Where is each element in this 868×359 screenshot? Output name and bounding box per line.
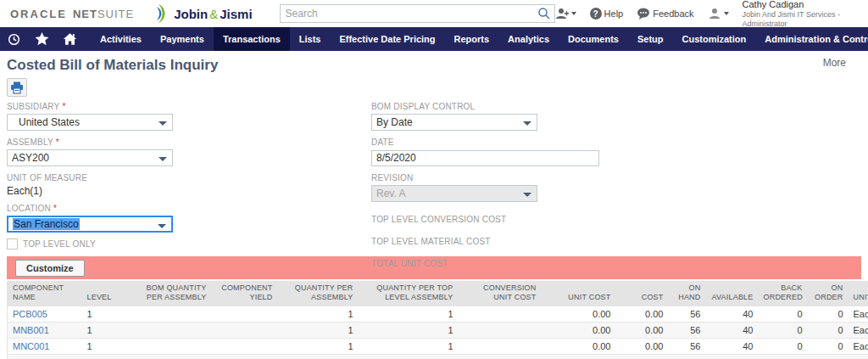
table-cell: 40 — [706, 323, 759, 339]
create-new-button[interactable] — [555, 8, 576, 20]
shortcuts-star-icon[interactable] — [28, 27, 56, 51]
table-cell: Each(1) — [849, 306, 868, 323]
table-cell: 0.00 — [542, 306, 616, 323]
table-cell — [212, 339, 278, 355]
column-header: BACK ORDERED — [759, 281, 808, 306]
nav-item-activities[interactable]: Activities — [91, 27, 151, 51]
table-row: PCB0051110.000.00564000Each(1) — [8, 306, 868, 323]
column-header: ON HAND — [669, 281, 706, 306]
location-label: LOCATION* — [7, 204, 173, 213]
top-level-only-checkbox[interactable] — [7, 238, 18, 250]
total-unit-cost-label: TOTAL UNIT COST — [371, 259, 600, 268]
revision-label: REVISION — [371, 173, 600, 182]
bom-display-control-select[interactable]: By Date — [371, 114, 537, 131]
table-cell: 40 — [706, 355, 759, 359]
oracle-netsuite-logo[interactable]: ORACLENETSUITE — [10, 8, 134, 20]
printer-icon — [10, 81, 24, 94]
component-name-link[interactable]: MNC001 — [13, 341, 49, 351]
roles-person-icon — [708, 8, 721, 20]
table-cell: 0 — [808, 355, 849, 359]
nav-item-transactions[interactable]: Transactions — [214, 27, 290, 51]
chevron-down-icon — [158, 224, 166, 228]
component-name-link[interactable]: PCB005 — [13, 309, 47, 319]
column-header: ON ORDER — [808, 281, 849, 306]
column-header: UNIT COST — [542, 281, 616, 306]
customize-button[interactable]: Customize — [15, 260, 85, 277]
column-header: QUANTITY PER TOP LEVEL ASSEMBLY — [359, 281, 459, 306]
table-cell: 0.00 — [616, 355, 669, 359]
required-asterisk: * — [53, 204, 57, 213]
chevron-down-icon — [159, 121, 167, 126]
table-cell — [131, 323, 212, 339]
search-input[interactable] — [280, 4, 555, 23]
table-row: MNC0011110.000.00564000Each(1) — [8, 339, 868, 355]
nav-item-analytics[interactable]: Analytics — [498, 27, 559, 51]
search-icon[interactable] — [537, 7, 551, 20]
date-input[interactable] — [371, 150, 599, 166]
location-select[interactable]: San Francisco — [7, 216, 173, 233]
table-header-row: COMPONENT NAMELEVELBOM QUANTITY PER ASSE… — [8, 281, 868, 306]
table-cell: 56 — [669, 323, 706, 339]
help-icon: ? — [590, 8, 602, 20]
chevron-down-icon — [571, 12, 576, 15]
print-button[interactable] — [7, 78, 27, 97]
global-search — [280, 4, 555, 23]
table-cell — [459, 355, 542, 359]
nav-item-customization[interactable]: Customization — [673, 27, 756, 51]
table-row: LCD0151110.000.00564000Each(1) — [8, 355, 868, 359]
assembly-label: ASSEMBLY* — [7, 137, 173, 147]
nav-item-setup[interactable]: Setup — [628, 27, 673, 51]
table-cell: MNB001 — [8, 323, 82, 339]
nav-item-administration-controls[interactable]: Administration & Controls — [755, 27, 868, 51]
table-cell: 1 — [82, 339, 131, 355]
unit-of-measure-value: Each(1) — [7, 185, 173, 197]
more-link[interactable]: More — [823, 57, 846, 69]
nav-item-payments[interactable]: Payments — [151, 27, 214, 51]
nav-item-reports[interactable]: Reports — [445, 27, 499, 51]
table-cell: 40 — [706, 306, 759, 323]
nav-icon-group — [0, 27, 84, 51]
table-cell: 0 — [808, 323, 849, 339]
main-navbar: ActivitiesPaymentsTransactionsListsEffec… — [0, 27, 868, 51]
page-content: Costed Bill of Materials Inquiry More SU… — [0, 57, 868, 359]
jobin-jismi-logo: Jobin&Jismi — [156, 4, 252, 23]
user-menu[interactable]: Cathy Cadigan Jobin And Jismi IT Service… — [743, 0, 861, 28]
column-header: COMPONENT YIELD — [212, 281, 278, 306]
table-cell: 0.00 — [542, 323, 616, 339]
required-asterisk: * — [62, 102, 65, 111]
table-cell: 56 — [669, 355, 706, 359]
roles-button[interactable] — [708, 8, 729, 20]
table-cell: 0.00 — [542, 339, 616, 355]
table-cell: 1 — [278, 339, 359, 355]
table-cell — [459, 339, 542, 355]
feedback-icon — [637, 8, 650, 20]
jobin-jismi-swoosh-icon — [156, 4, 171, 23]
home-icon[interactable] — [56, 27, 84, 51]
help-button[interactable]: ? Help — [590, 8, 624, 20]
nav-item-documents[interactable]: Documents — [559, 27, 628, 51]
table-cell: 0 — [759, 355, 808, 359]
required-asterisk: * — [56, 137, 59, 147]
nav-item-effective-date-pricing[interactable]: Effective Date Pricing — [330, 27, 444, 51]
revision-select: Rev. A — [371, 185, 537, 202]
table-cell: 0 — [808, 306, 849, 323]
table-cell — [212, 355, 278, 359]
top-level-material-cost-label: TOP LEVEL MATERIAL COST — [371, 237, 600, 246]
assembly-select[interactable]: ASY200 — [7, 149, 173, 166]
table-cell: 56 — [669, 306, 706, 323]
column-header: AVAILABLE — [706, 281, 759, 306]
recent-records-icon[interactable] — [0, 27, 28, 51]
table-cell: 1 — [82, 323, 131, 339]
column-header: COMPONENT NAME — [8, 281, 82, 306]
nav-item-lists[interactable]: Lists — [290, 27, 331, 51]
table-cell: 1 — [278, 355, 359, 359]
table-cell: 1 — [359, 355, 459, 359]
table-cell: Each(1) — [849, 339, 868, 355]
table-cell: 1 — [82, 355, 131, 359]
subsidiary-select[interactable]: United States — [7, 114, 173, 131]
feedback-button[interactable]: Feedback — [637, 8, 693, 20]
topbar-actions: ? Help Feedback Cathy Cadigan Jobin And … — [555, 0, 861, 28]
table-body: PCB0051110.000.00564000Each(1)MNB0011110… — [8, 306, 868, 359]
component-name-link[interactable]: MNB001 — [13, 325, 49, 335]
table-cell: 0.00 — [616, 323, 669, 339]
